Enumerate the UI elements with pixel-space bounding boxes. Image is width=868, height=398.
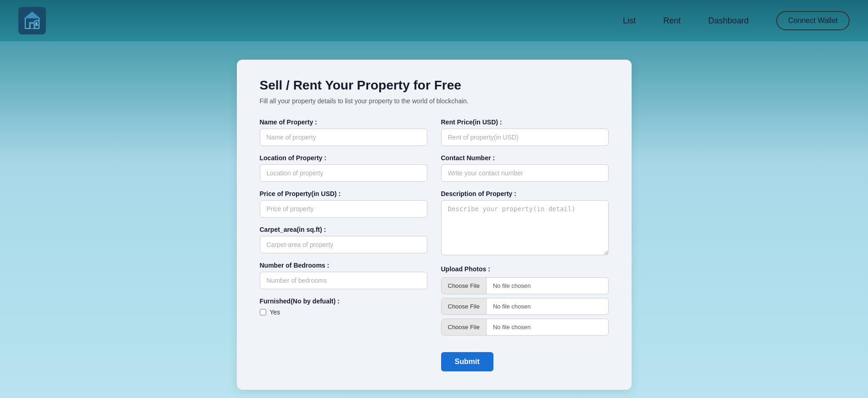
nav: List Rent Dashboard Connect Wallet — [623, 11, 850, 30]
file-name-1: No file chosen — [487, 278, 608, 294]
carpet-input[interactable] — [260, 236, 427, 253]
form-grid: Name of Property : Location of Property … — [260, 118, 609, 371]
price-input[interactable] — [260, 200, 427, 218]
submit-button[interactable]: Submit — [441, 352, 493, 371]
right-column: Rent Price(in USD) : Contact Number : De… — [441, 118, 609, 371]
furnished-group: Furnished(No by defualt) : Yes — [260, 297, 427, 316]
submit-group: Submit — [441, 348, 609, 371]
upload-label: Upload Photos : — [441, 265, 609, 273]
file-name-2: No file chosen — [487, 298, 608, 314]
svg-rect-4 — [31, 24, 34, 28]
furnished-checkbox-label[interactable]: Yes — [270, 308, 280, 316]
main-content: Sell / Rent Your Property for Free Fill … — [0, 41, 868, 398]
carpet-group: Carpet_area(in sq.ft) : — [260, 226, 427, 253]
contact-group: Contact Number : — [441, 154, 609, 182]
furnished-label: Furnished(No by defualt) : — [260, 297, 427, 305]
price-group: Price of Property(in USD) : — [260, 190, 427, 218]
carpet-label: Carpet_area(in sq.ft) : — [260, 226, 427, 233]
nav-list[interactable]: List — [623, 16, 636, 26]
bedrooms-group: Number of Bedrooms : — [260, 262, 427, 289]
form-title: Sell / Rent Your Property for Free — [260, 78, 609, 93]
name-label: Name of Property : — [260, 118, 427, 126]
location-group: Location of Property : — [260, 154, 427, 182]
rent-price-input[interactable] — [441, 129, 609, 146]
choose-file-button-3[interactable]: Choose File — [442, 319, 487, 335]
form-subtitle: Fill all your property details to list y… — [260, 97, 609, 105]
location-label: Location of Property : — [260, 154, 427, 162]
file-input-row-3: Choose File No file chosen — [441, 319, 609, 336]
logo: $ — [18, 7, 46, 34]
form-card: Sell / Rent Your Property for Free Fill … — [237, 60, 632, 390]
name-input[interactable] — [260, 129, 427, 146]
nav-dashboard[interactable]: Dashboard — [708, 16, 749, 26]
file-input-row-2: Choose File No file chosen — [441, 298, 609, 315]
choose-file-button-2[interactable]: Choose File — [442, 298, 487, 314]
price-label: Price of Property(in USD) : — [260, 190, 427, 197]
connect-wallet-button[interactable]: Connect Wallet — [776, 11, 850, 30]
bedrooms-label: Number of Bedrooms : — [260, 262, 427, 269]
choose-file-button-1[interactable]: Choose File — [442, 278, 487, 294]
upload-group: Upload Photos : Choose File No file chos… — [441, 265, 609, 339]
file-name-3: No file chosen — [487, 319, 608, 335]
description-group: Description of Property : — [441, 190, 609, 257]
nav-rent[interactable]: Rent — [663, 16, 681, 26]
contact-label: Contact Number : — [441, 154, 609, 162]
bedrooms-input[interactable] — [260, 272, 427, 289]
svg-text:$: $ — [35, 22, 38, 26]
rent-price-group: Rent Price(in USD) : — [441, 118, 609, 146]
location-input[interactable] — [260, 164, 427, 182]
furnished-checkbox-group: Yes — [260, 308, 427, 316]
furnished-checkbox[interactable] — [260, 309, 266, 315]
file-input-row-1: Choose File No file chosen — [441, 277, 609, 294]
rent-price-label: Rent Price(in USD) : — [441, 118, 609, 126]
description-label: Description of Property : — [441, 190, 609, 197]
name-group: Name of Property : — [260, 118, 427, 146]
left-column: Name of Property : Location of Property … — [260, 118, 427, 371]
description-textarea[interactable] — [441, 200, 609, 255]
header: $ List Rent Dashboard Connect Wallet — [0, 0, 868, 41]
contact-input[interactable] — [441, 164, 609, 182]
